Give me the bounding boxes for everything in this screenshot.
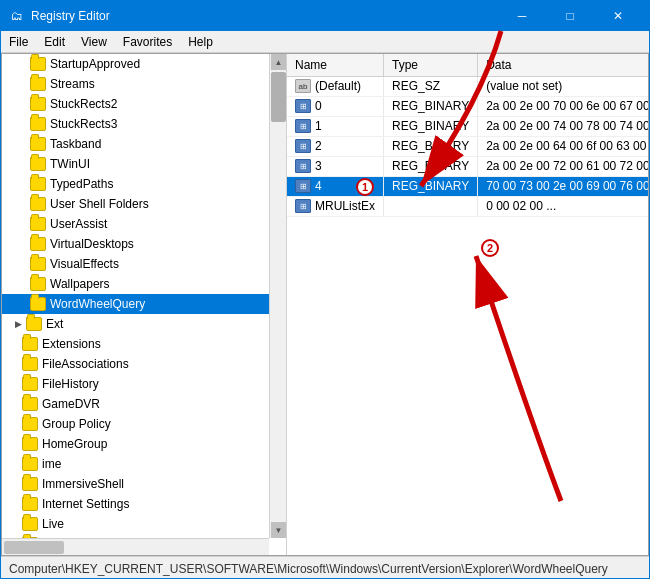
tree-item-homegroup[interactable]: HomeGroup	[2, 434, 286, 454]
title-bar: 🗂 Registry Editor ─ □ ✕	[1, 1, 649, 31]
tree-item-startupapproved[interactable]: StartupApproved	[2, 54, 286, 74]
table-row[interactable]: ⊞ 2 REG_BINARY 2a 00 2e 00 64 00 6f 00 6…	[287, 136, 648, 156]
reg-binary-icon: ⊞	[295, 99, 311, 113]
tree-item-extensions[interactable]: Extensions	[2, 334, 286, 354]
tree-scroll[interactable]: StartupApproved Streams StuckRects2 Stuc…	[2, 54, 286, 555]
folder-icon	[30, 57, 46, 71]
tree-item-streams[interactable]: Streams	[2, 74, 286, 94]
tree-item-filehistory[interactable]: FileHistory	[2, 374, 286, 394]
tree-item-virtualdesktops[interactable]: VirtualDesktops	[2, 234, 286, 254]
folder-icon	[22, 497, 38, 511]
col-header-data[interactable]: Data	[478, 54, 648, 76]
tree-item-userassist[interactable]: UserAssist	[2, 214, 286, 234]
table-row[interactable]: ⊞ 3 REG_BINARY 2a 00 2e 00 72 00 61 00 7…	[287, 156, 648, 176]
folder-icon	[30, 97, 46, 111]
folder-icon	[22, 437, 38, 451]
maximize-button[interactable]: □	[547, 1, 593, 31]
reg-binary-icon: ⊞	[295, 119, 311, 133]
tree-item-typedpaths[interactable]: TypedPaths	[2, 174, 286, 194]
tree-item-internetsettings[interactable]: Internet Settings	[2, 494, 286, 514]
table-row[interactable]: ⊞ MRUListEx 0 00 02 00 ...	[287, 196, 648, 216]
close-button[interactable]: ✕	[595, 1, 641, 31]
registry-table: Name Type Data ab (Default) REG_SZ	[287, 54, 648, 217]
tree-item-twinui[interactable]: TWinUI	[2, 154, 286, 174]
folder-icon	[30, 197, 46, 211]
folder-icon	[22, 337, 38, 351]
menu-file[interactable]: File	[1, 31, 36, 52]
folder-icon	[30, 117, 46, 131]
tree-item-visualeffects[interactable]: VisualEffects	[2, 254, 286, 274]
tree-panel: StartupApproved Streams StuckRects2 Stuc…	[2, 54, 287, 555]
table-row[interactable]: ab (Default) REG_SZ (value not set)	[287, 76, 648, 96]
main-content: StartupApproved Streams StuckRects2 Stuc…	[1, 53, 649, 556]
reg-binary-icon: ⊞	[295, 139, 311, 153]
tree-item-ext[interactable]: ▶ Ext	[2, 314, 286, 334]
tree-item-gamedvr[interactable]: GameDVR	[2, 394, 286, 414]
folder-icon	[26, 317, 42, 331]
folder-icon	[22, 377, 38, 391]
folder-icon	[30, 177, 46, 191]
folder-icon	[30, 137, 46, 151]
folder-icon	[22, 397, 38, 411]
menu-edit[interactable]: Edit	[36, 31, 73, 52]
app-window: 🗂 Registry Editor ─ □ ✕ File Edit View F…	[0, 0, 650, 579]
folder-icon	[30, 157, 46, 171]
tree-item-grouppolicy[interactable]: Group Policy	[2, 414, 286, 434]
folder-icon	[22, 477, 38, 491]
expand-icon: ▶	[10, 316, 26, 332]
folder-icon	[22, 517, 38, 531]
col-header-name[interactable]: Name	[287, 54, 384, 76]
tree-item-fileassociations[interactable]: FileAssociations	[2, 354, 286, 374]
tree-item-ime[interactable]: ime	[2, 454, 286, 474]
tree-item-taskband[interactable]: Taskband	[2, 134, 286, 154]
window-controls: ─ □ ✕	[499, 1, 641, 31]
tree-item-wordwheelquery[interactable]: WordWheelQuery	[2, 294, 286, 314]
folder-icon	[30, 297, 46, 311]
right-panel: Name Type Data ab (Default) REG_SZ	[287, 54, 648, 555]
folder-icon	[22, 357, 38, 371]
reg-ab-icon: ab	[295, 79, 311, 93]
reg-binary-icon: ⊞	[295, 179, 311, 193]
status-bar: Computer\HKEY_CURRENT_USER\SOFTWARE\Micr…	[1, 556, 649, 579]
menu-help[interactable]: Help	[180, 31, 221, 52]
reg-binary-icon: ⊞	[295, 199, 311, 213]
window-title: Registry Editor	[31, 9, 110, 23]
folder-icon	[30, 257, 46, 271]
vertical-scrollbar[interactable]: ▲ ▼	[269, 54, 286, 538]
table-row[interactable]: ⊞ 1 REG_BINARY 2a 00 2e 00 74 00 78 00 7…	[287, 116, 648, 136]
badge-2: 2	[481, 239, 499, 257]
folder-icon	[30, 237, 46, 251]
table-row[interactable]: ⊞ 0 REG_BINARY 2a 00 2e 00 70 00 6e 00 6…	[287, 96, 648, 116]
tree-item-stuckrects2[interactable]: StuckRects2	[2, 94, 286, 114]
tree-item-usershellfolders[interactable]: User Shell Folders	[2, 194, 286, 214]
menu-bar: File Edit View Favorites Help	[1, 31, 649, 53]
menu-favorites[interactable]: Favorites	[115, 31, 180, 52]
tree-item-wallpapers[interactable]: Wallpapers	[2, 274, 286, 294]
tree-item-live[interactable]: Live	[2, 514, 286, 534]
table-row-selected[interactable]: ⊞ 4 REG_BINARY 70 00 73 00 2e 00 69 00 7…	[287, 176, 648, 196]
menu-view[interactable]: View	[73, 31, 115, 52]
horizontal-scrollbar-left[interactable]	[2, 538, 269, 555]
badge-1: 1	[356, 178, 374, 196]
folder-icon	[30, 277, 46, 291]
tree-item-immersiveshell[interactable]: ImmersiveShell	[2, 474, 286, 494]
minimize-button[interactable]: ─	[499, 1, 545, 31]
app-icon: 🗂	[9, 8, 25, 24]
folder-icon	[30, 217, 46, 231]
folder-icon	[30, 77, 46, 91]
folder-icon	[22, 457, 38, 471]
status-text: Computer\HKEY_CURRENT_USER\SOFTWARE\Micr…	[9, 562, 608, 576]
col-header-type[interactable]: Type	[384, 54, 478, 76]
folder-icon	[22, 417, 38, 431]
reg-binary-icon: ⊞	[295, 159, 311, 173]
tree-item-stuckrects3[interactable]: StuckRects3	[2, 114, 286, 134]
